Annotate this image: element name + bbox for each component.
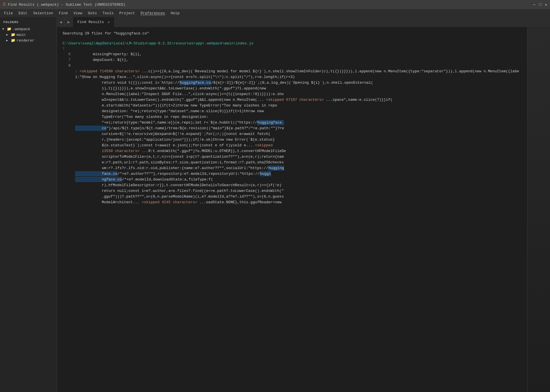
menu-edit[interactable]: Edit	[16, 10, 30, 17]
line-content-long: : <skipped 714590 characters> ...c()=>{(…	[75, 63, 522, 205]
menu-bar: File Edit Selection Find View Goto Tools…	[0, 9, 550, 17]
menu-file[interactable]: File	[1, 10, 16, 17]
window-controls: — □ ✕	[533, 2, 547, 7]
folder-label: renderer	[17, 38, 34, 43]
main-layout: FOLDERS ▼ 📁 .webpack ▶ 📁 main ▶ 📁 render…	[0, 17, 550, 392]
close-button[interactable]: ✕	[545, 2, 547, 7]
menu-view[interactable]: View	[71, 10, 85, 17]
minimap[interactable]	[527, 27, 550, 392]
menu-help[interactable]: Help	[168, 10, 182, 17]
maximize-button[interactable]: □	[539, 2, 541, 7]
expand-arrow: ▼	[2, 28, 6, 31]
line-content: missingProperty: ${i},	[75, 52, 522, 57]
file-path[interactable]: C:\Users\xueql\AppData\Local\LM-Studio\a…	[57, 39, 527, 46]
tab-nav-left[interactable]: ◀	[57, 17, 65, 27]
tab-nav-right[interactable]: ▶	[65, 17, 73, 27]
line-number: 6	[63, 52, 75, 57]
minimize-button[interactable]: —	[533, 2, 535, 7]
folder-icon: 📁	[11, 32, 15, 37]
tab-find-results[interactable]: Find Results ✕	[73, 17, 115, 27]
code-line-6: 6 missingProperty: ${i},	[63, 52, 522, 57]
sidebar: FOLDERS ▼ 📁 .webpack ▶ 📁 main ▶ 📁 render…	[0, 17, 57, 392]
menu-goto[interactable]: Goto	[85, 10, 100, 17]
menu-selection[interactable]: Selection	[30, 10, 56, 17]
search-header: Searching 29 files for "huggingface.co"	[57, 30, 527, 39]
folder-icon: 📁	[11, 38, 15, 43]
app-icon: S	[3, 2, 6, 7]
code-view[interactable]: Searching 29 files for "huggingface.co" …	[57, 27, 527, 392]
sidebar-header: FOLDERS	[0, 19, 57, 25]
folder-label: main	[17, 33, 25, 37]
line-content: depsCount: ${t},	[75, 57, 522, 63]
line-number: 7	[63, 57, 75, 63]
code-line-7: 7 depsCount: ${t},	[63, 57, 522, 63]
expand-arrow: ▶	[6, 39, 10, 42]
menu-project[interactable]: Project	[116, 10, 138, 17]
sidebar-item-renderer[interactable]: ▶ 📁 renderer	[0, 38, 57, 43]
sidebar-item-main[interactable]: ▶ 📁 main	[0, 32, 57, 38]
window-title: Find Results (.webpack) - Sublime Text (…	[8, 3, 533, 7]
sidebar-item-webpack[interactable]: ▼ 📁 .webpack	[0, 26, 57, 32]
expand-arrow: ▶	[6, 33, 10, 36]
tab-label: Find Results	[77, 20, 104, 24]
code-line-8: 8 : <skipped 714590 characters> ...c()=>…	[63, 63, 522, 205]
sidebar-tree: ▼ 📁 .webpack ▶ 📁 main ▶ 📁 renderer	[0, 26, 57, 43]
content-area: ◀ ▶ Find Results ✕ Searching 29 files fo…	[57, 17, 550, 392]
menu-tools[interactable]: Tools	[100, 10, 116, 17]
tab-bar: ◀ ▶ Find Results ✕	[57, 17, 550, 27]
title-bar: S Find Results (.webpack) - Sublime Text…	[0, 0, 550, 9]
code-block: 6 missingProperty: ${i}, 7 depsCount: ${…	[57, 52, 527, 205]
menu-find[interactable]: Find	[56, 10, 71, 17]
colon-line: :	[57, 46, 527, 52]
menu-preferences[interactable]: Preferences	[138, 10, 168, 17]
line-number-highlight: 8	[63, 63, 75, 205]
folder-icon: 📁	[7, 27, 11, 31]
tab-close-button[interactable]: ✕	[106, 19, 111, 25]
folder-label: .webpack	[13, 27, 30, 31]
